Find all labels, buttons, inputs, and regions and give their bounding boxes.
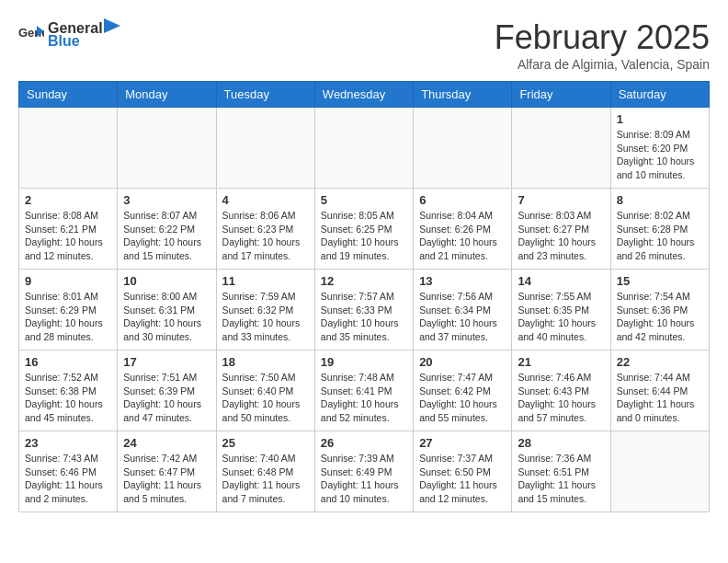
day-number: 4 — [222, 193, 309, 207]
day-info: Sunrise: 7:59 AMSunset: 6:32 PMDaylight:… — [222, 290, 309, 344]
day-info: Sunrise: 8:09 AMSunset: 6:20 PMDaylight:… — [617, 128, 703, 182]
logo-icon: General — [18, 24, 44, 44]
day-info: Sunrise: 8:03 AMSunset: 6:27 PMDaylight:… — [518, 209, 604, 263]
day-info: Sunrise: 8:02 AMSunset: 6:28 PMDaylight:… — [617, 209, 703, 263]
day-number: 14 — [518, 274, 604, 288]
column-header-saturday: Saturday — [610, 82, 709, 108]
day-info: Sunrise: 8:06 AMSunset: 6:23 PMDaylight:… — [222, 209, 309, 263]
calendar-cell: 26Sunrise: 7:39 AMSunset: 6:49 PMDayligh… — [314, 431, 413, 512]
calendar-cell: 22Sunrise: 7:44 AMSunset: 6:44 PMDayligh… — [610, 350, 709, 431]
day-info: Sunrise: 7:42 AMSunset: 6:47 PMDaylight:… — [123, 452, 210, 506]
day-number: 23 — [25, 436, 111, 450]
calendar-cell: 3Sunrise: 8:07 AMSunset: 6:22 PMDaylight… — [118, 189, 216, 270]
day-number: 22 — [617, 355, 703, 369]
calendar-cell: 10Sunrise: 8:00 AMSunset: 6:31 PMDayligh… — [118, 270, 216, 350]
day-number: 6 — [419, 193, 506, 207]
day-number: 7 — [518, 193, 604, 207]
day-number: 27 — [419, 436, 506, 450]
day-info: Sunrise: 7:48 AMSunset: 6:41 PMDaylight:… — [321, 371, 407, 425]
calendar-cell: 7Sunrise: 8:03 AMSunset: 6:27 PMDaylight… — [512, 189, 610, 270]
column-header-wednesday: Wednesday — [314, 82, 413, 108]
calendar-cell: 4Sunrise: 8:06 AMSunset: 6:23 PMDaylight… — [216, 189, 314, 270]
location-title: Alfara de Algimia, Valencia, Spain — [495, 57, 710, 72]
day-info: Sunrise: 7:50 AMSunset: 6:40 PMDaylight:… — [222, 371, 309, 425]
calendar-cell: 2Sunrise: 8:08 AMSunset: 6:21 PMDaylight… — [19, 189, 118, 270]
calendar-cell: 17Sunrise: 7:51 AMSunset: 6:39 PMDayligh… — [118, 350, 216, 431]
column-header-friday: Friday — [512, 82, 610, 108]
day-info: Sunrise: 7:40 AMSunset: 6:48 PMDaylight:… — [222, 452, 309, 506]
day-info: Sunrise: 7:36 AMSunset: 6:51 PMDaylight:… — [518, 452, 604, 506]
calendar-cell: 19Sunrise: 7:48 AMSunset: 6:41 PMDayligh… — [314, 350, 413, 431]
day-number: 16 — [25, 355, 111, 369]
day-info: Sunrise: 8:04 AMSunset: 6:26 PMDaylight:… — [419, 209, 506, 263]
day-number: 12 — [321, 274, 407, 288]
day-number: 17 — [123, 355, 210, 369]
calendar-cell: 5Sunrise: 8:05 AMSunset: 6:25 PMDaylight… — [314, 189, 413, 270]
calendar-cell: 18Sunrise: 7:50 AMSunset: 6:40 PMDayligh… — [216, 350, 314, 431]
day-number: 15 — [617, 274, 703, 288]
calendar-cell: 1Sunrise: 8:09 AMSunset: 6:20 PMDaylight… — [610, 108, 709, 189]
day-info: Sunrise: 8:08 AMSunset: 6:21 PMDaylight:… — [25, 209, 111, 263]
calendar-cell: 12Sunrise: 7:57 AMSunset: 6:33 PMDayligh… — [314, 270, 413, 350]
title-section: February 2025 Alfara de Algimia, Valenci… — [495, 18, 710, 72]
calendar-cell: 8Sunrise: 8:02 AMSunset: 6:28 PMDaylight… — [610, 189, 709, 270]
day-info: Sunrise: 7:55 AMSunset: 6:35 PMDaylight:… — [518, 290, 604, 344]
day-number: 21 — [518, 355, 604, 369]
column-header-thursday: Thursday — [414, 82, 512, 108]
column-header-sunday: Sunday — [19, 82, 118, 108]
calendar-cell: 11Sunrise: 7:59 AMSunset: 6:32 PMDayligh… — [216, 270, 314, 350]
week-row-5: 23Sunrise: 7:43 AMSunset: 6:46 PMDayligh… — [19, 431, 710, 512]
calendar-cell — [314, 108, 413, 189]
calendar-cell — [414, 108, 512, 189]
day-info: Sunrise: 7:57 AMSunset: 6:33 PMDaylight:… — [321, 290, 407, 344]
day-number: 5 — [321, 193, 407, 207]
logo-triangle-icon — [104, 18, 120, 33]
day-info: Sunrise: 7:51 AMSunset: 6:39 PMDaylight:… — [123, 371, 210, 425]
day-info: Sunrise: 7:44 AMSunset: 6:44 PMDaylight:… — [617, 371, 703, 425]
calendar-cell — [512, 108, 610, 189]
calendar-cell — [216, 108, 314, 189]
day-info: Sunrise: 7:43 AMSunset: 6:46 PMDaylight:… — [25, 452, 111, 506]
calendar-cell: 21Sunrise: 7:46 AMSunset: 6:43 PMDayligh… — [512, 350, 610, 431]
day-info: Sunrise: 7:47 AMSunset: 6:42 PMDaylight:… — [419, 371, 506, 425]
day-number: 28 — [518, 436, 604, 450]
week-row-2: 2Sunrise: 8:08 AMSunset: 6:21 PMDaylight… — [19, 189, 710, 270]
svg-marker-2 — [104, 18, 120, 33]
calendar-cell: 14Sunrise: 7:55 AMSunset: 6:35 PMDayligh… — [512, 270, 610, 350]
day-info: Sunrise: 7:52 AMSunset: 6:38 PMDaylight:… — [25, 371, 111, 425]
calendar-cell: 27Sunrise: 7:37 AMSunset: 6:50 PMDayligh… — [414, 431, 512, 512]
calendar-cell: 16Sunrise: 7:52 AMSunset: 6:38 PMDayligh… — [19, 350, 118, 431]
day-info: Sunrise: 7:54 AMSunset: 6:36 PMDaylight:… — [617, 290, 703, 344]
day-info: Sunrise: 8:00 AMSunset: 6:31 PMDaylight:… — [123, 290, 210, 344]
day-info: Sunrise: 8:01 AMSunset: 6:29 PMDaylight:… — [25, 290, 111, 344]
day-number: 20 — [419, 355, 506, 369]
month-title: February 2025 — [495, 18, 710, 57]
day-number: 25 — [222, 436, 309, 450]
calendar-cell: 28Sunrise: 7:36 AMSunset: 6:51 PMDayligh… — [512, 431, 610, 512]
calendar-header-row: SundayMondayTuesdayWednesdayThursdayFrid… — [19, 82, 710, 108]
column-header-tuesday: Tuesday — [216, 82, 314, 108]
calendar-cell: 15Sunrise: 7:54 AMSunset: 6:36 PMDayligh… — [610, 270, 709, 350]
day-number: 26 — [321, 436, 407, 450]
calendar-cell: 9Sunrise: 8:01 AMSunset: 6:29 PMDaylight… — [19, 270, 118, 350]
calendar-cell — [19, 108, 118, 189]
day-info: Sunrise: 8:07 AMSunset: 6:22 PMDaylight:… — [123, 209, 210, 263]
calendar-cell: 23Sunrise: 7:43 AMSunset: 6:46 PMDayligh… — [19, 431, 118, 512]
day-number: 9 — [25, 274, 111, 288]
column-header-monday: Monday — [118, 82, 216, 108]
calendar-cell: 24Sunrise: 7:42 AMSunset: 6:47 PMDayligh… — [118, 431, 216, 512]
day-number: 1 — [617, 112, 703, 126]
day-number: 10 — [123, 274, 210, 288]
page-header: General General Blue February 2025 Alfar… — [18, 18, 710, 72]
day-number: 8 — [617, 193, 703, 207]
day-info: Sunrise: 8:05 AMSunset: 6:25 PMDaylight:… — [321, 209, 407, 263]
day-number: 19 — [321, 355, 407, 369]
day-number: 11 — [222, 274, 309, 288]
calendar-cell: 20Sunrise: 7:47 AMSunset: 6:42 PMDayligh… — [414, 350, 512, 431]
week-row-4: 16Sunrise: 7:52 AMSunset: 6:38 PMDayligh… — [19, 350, 710, 431]
calendar-cell — [118, 108, 216, 189]
day-number: 24 — [123, 436, 210, 450]
calendar-cell — [610, 431, 709, 512]
calendar-cell: 6Sunrise: 8:04 AMSunset: 6:26 PMDaylight… — [414, 189, 512, 270]
calendar-table: SundayMondayTuesdayWednesdayThursdayFrid… — [18, 81, 710, 512]
